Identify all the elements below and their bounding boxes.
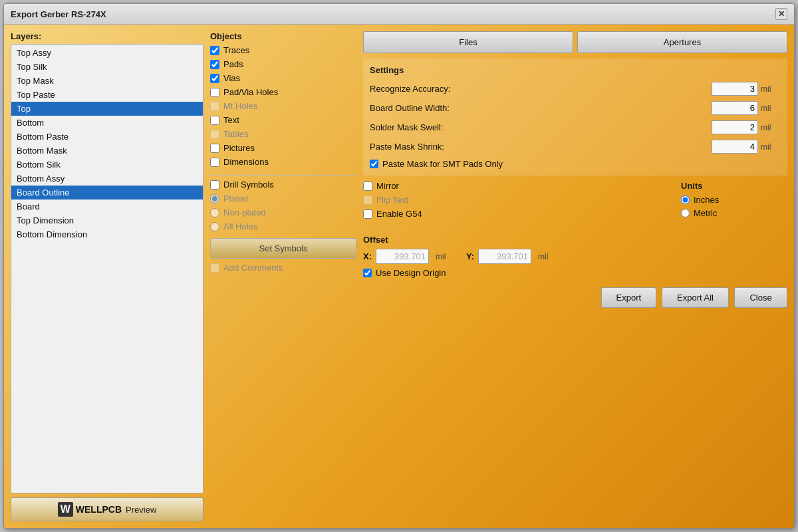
metric-row: Metric	[681, 208, 787, 218]
enable-g54-checkbox[interactable]	[363, 209, 372, 219]
use-design-checkbox[interactable]	[363, 269, 372, 277]
object-label-1[interactable]: Pads	[223, 59, 243, 69]
object-label-0[interactable]: Traces	[223, 45, 249, 55]
object-checkbox-4[interactable]	[210, 102, 219, 111]
object-checkbox-5[interactable]	[210, 116, 219, 125]
paste-mask-label: Paste Mask Shrink:	[370, 142, 712, 152]
all-holes-label[interactable]: All Holes	[223, 221, 257, 231]
add-comments-row: Add Comments	[210, 263, 356, 273]
layer-item[interactable]: Top Mask	[11, 74, 203, 88]
object-checkbox-8[interactable]	[210, 158, 219, 167]
units-section: Units Inches Metric	[681, 181, 787, 223]
solder-mask-input[interactable]	[712, 120, 758, 134]
non-plated-radio[interactable]	[210, 208, 219, 217]
mirror-label[interactable]: Mirror	[376, 181, 399, 191]
flip-text-checkbox[interactable]	[363, 196, 372, 205]
flip-text-label[interactable]: Flip Text	[376, 195, 408, 205]
apertures-button[interactable]: Apertures	[577, 31, 787, 53]
mirror-checkbox[interactable]	[363, 182, 372, 191]
paste-mask-row: Paste Mask Shrink: mil	[370, 140, 781, 154]
layer-item[interactable]: Board	[11, 200, 203, 213]
object-label-3[interactable]: Pad/Via Holes	[223, 87, 278, 97]
inches-row: Inches	[681, 195, 787, 205]
layer-item[interactable]: Top Dimension	[11, 213, 203, 227]
solder-mask-row: Solder Mask Swell: mil	[370, 120, 781, 134]
drill-symbols-checkbox[interactable]	[210, 180, 219, 190]
paste-smt-label[interactable]: Paste Mask for SMT Pads Only	[382, 159, 503, 169]
offset-y-input[interactable]	[478, 249, 531, 264]
export-all-button[interactable]: Export All	[662, 287, 729, 308]
paste-mask-unit: mil	[761, 142, 781, 152]
recognize-accuracy-input[interactable]	[712, 82, 758, 96]
drill-symbols-label[interactable]: Drill Symbols	[223, 180, 274, 190]
object-checkbox-6[interactable]	[210, 130, 219, 139]
offset-xy-row: X: mil Y: mil	[363, 249, 787, 264]
add-comments-label[interactable]: Add Comments	[223, 263, 283, 273]
bottom-section: Mirror Flip Text Enable G54 Units	[363, 181, 787, 223]
mirror-row: Mirror	[363, 181, 668, 191]
add-comments-checkbox[interactable]	[210, 263, 219, 273]
all-holes-row: All Holes	[210, 221, 356, 231]
layer-item[interactable]: Bottom Dimension	[11, 227, 203, 241]
offset-x-unit: mil	[436, 252, 456, 261]
layer-item[interactable]: Top Paste	[11, 88, 203, 102]
files-button[interactable]: Files	[363, 31, 573, 53]
plated-radio[interactable]	[210, 194, 219, 203]
object-checkbox-0[interactable]	[210, 46, 219, 55]
object-label-6[interactable]: Tables	[223, 129, 249, 139]
enable-g54-label[interactable]: Enable G54	[376, 209, 422, 219]
export-button[interactable]: Export	[601, 287, 657, 308]
layer-item[interactable]: Top Silk	[11, 60, 203, 74]
non-plated-label[interactable]: Non-plated	[223, 207, 266, 217]
metric-radio[interactable]	[681, 209, 690, 217]
paste-smt-checkbox[interactable]	[370, 160, 378, 168]
object-row-2: Vias	[210, 73, 356, 83]
object-checkbox-1[interactable]	[210, 60, 219, 69]
metric-label[interactable]: Metric	[694, 208, 717, 218]
layer-item[interactable]: Top	[11, 102, 203, 116]
object-label-5[interactable]: Text	[223, 115, 239, 125]
object-checkbox-3[interactable]	[210, 88, 219, 97]
object-label-2[interactable]: Vias	[223, 73, 240, 83]
layer-item[interactable]: Bottom Silk	[11, 158, 203, 172]
settings-title: Settings	[370, 65, 781, 75]
left-panel: Layers: Top AssyTop SilkTop MaskTop Past…	[11, 31, 203, 521]
units-label: Units	[681, 181, 787, 191]
object-row-4: Mt Holes	[210, 101, 356, 111]
layer-item[interactable]: Bottom Mask	[11, 144, 203, 158]
inches-radio[interactable]	[681, 196, 690, 204]
object-label-7[interactable]: Pictures	[223, 143, 255, 153]
offset-x-input[interactable]	[376, 249, 429, 264]
layer-item[interactable]: Bottom	[11, 116, 203, 130]
preview-button[interactable]: W WELLPCB Preview	[11, 497, 203, 521]
offset-y-label: Y:	[466, 251, 474, 261]
top-buttons: Files Apertures	[363, 31, 787, 53]
object-label-4[interactable]: Mt Holes	[223, 101, 257, 111]
object-checkbox-7[interactable]	[210, 144, 219, 153]
object-label-8[interactable]: Dimensions	[223, 157, 269, 167]
offset-y-unit: mil	[538, 252, 558, 261]
object-checkbox-2[interactable]	[210, 74, 219, 83]
all-holes-radio[interactable]	[210, 222, 219, 231]
object-row-7: Pictures	[210, 143, 356, 153]
layer-item[interactable]: Board Outline	[11, 186, 203, 200]
paste-mask-input[interactable]	[712, 140, 758, 154]
paste-smt-row: Paste Mask for SMT Pads Only	[370, 159, 781, 169]
layer-item[interactable]: Bottom Assy	[11, 172, 203, 186]
inches-label[interactable]: Inches	[694, 195, 719, 205]
object-row-6: Tables	[210, 129, 356, 139]
plated-label[interactable]: Plated	[223, 194, 248, 203]
close-dialog-button[interactable]: Close	[734, 287, 787, 308]
set-symbols-button[interactable]: Set Symbols	[210, 238, 356, 259]
title-bar: Export Gerber RS-274X ✕	[4, 4, 794, 25]
board-outline-row: Board Outline Width: mil	[370, 101, 781, 115]
layers-list[interactable]: Top AssyTop SilkTop MaskTop PasteTopBott…	[11, 44, 203, 493]
layer-item[interactable]: Top Assy	[11, 46, 203, 60]
layer-item[interactable]: Bottom Paste	[11, 130, 203, 144]
use-design-label[interactable]: Use Design Origin	[376, 268, 446, 278]
bottom-actions: Export Export All Close	[363, 283, 787, 309]
close-icon[interactable]: ✕	[775, 8, 787, 20]
use-design-row: Use Design Origin	[363, 268, 787, 278]
plated-row: Plated	[210, 194, 356, 203]
board-outline-input[interactable]	[712, 101, 758, 115]
